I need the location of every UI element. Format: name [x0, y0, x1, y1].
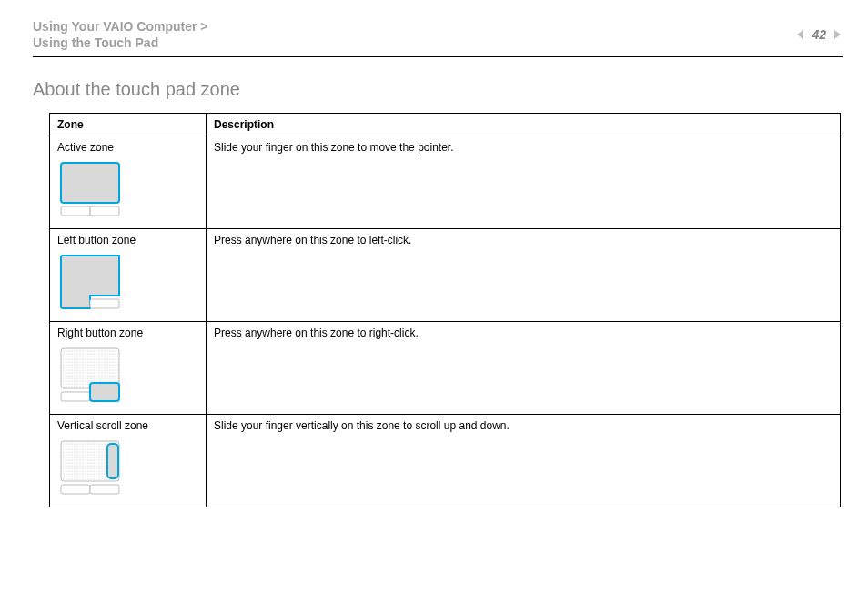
zone-description: Press anywhere on this zone to right-cli… — [207, 322, 841, 415]
svg-rect-14 — [107, 444, 118, 478]
svg-marker-1 — [834, 30, 841, 39]
svg-rect-3 — [61, 206, 90, 216]
table-row: Right button zone Press anywhere on this… — [50, 322, 841, 415]
breadcrumb-line1: Using Your VAIO Computer > — [33, 18, 208, 35]
page-nav: 42 — [795, 27, 843, 42]
svg-rect-2 — [61, 163, 119, 203]
left-button-zone-icon — [57, 252, 128, 314]
section-title: About the touch pad zone — [33, 79, 843, 100]
next-page-icon[interactable] — [832, 29, 843, 40]
active-zone-icon — [57, 159, 128, 221]
table-header-zone: Zone — [50, 114, 207, 136]
zone-description: Slide your finger on this zone to move t… — [207, 136, 841, 229]
zone-table: Zone Description Active zone Slide your … — [49, 113, 841, 507]
svg-rect-4 — [90, 206, 119, 216]
zone-label: Right button zone — [57, 327, 198, 339]
zone-label: Left button zone — [57, 234, 198, 246]
page-number: 42 — [812, 27, 826, 42]
svg-rect-9 — [90, 383, 119, 401]
table-row: Vertical scroll zone Slide your finger v… — [50, 415, 841, 507]
table-header-description: Description — [207, 114, 841, 136]
svg-marker-0 — [797, 30, 803, 39]
right-button-zone-icon — [57, 345, 128, 407]
svg-rect-12 — [61, 485, 90, 494]
table-row: Left button zone Press anywhere on this … — [50, 229, 841, 322]
zone-description: Press anywhere on this zone to left-clic… — [207, 229, 841, 322]
prev-page-icon[interactable] — [795, 29, 806, 40]
zone-description: Slide your finger vertically on this zon… — [207, 415, 841, 507]
breadcrumb-line2: Using the Touch Pad — [33, 35, 208, 51]
svg-rect-13 — [90, 485, 119, 494]
table-row: Active zone Slide your finger on this zo… — [50, 136, 841, 229]
zone-label: Vertical scroll zone — [57, 419, 198, 432]
svg-rect-8 — [61, 392, 90, 401]
zone-label: Active zone — [57, 141, 198, 154]
vertical-scroll-zone-icon — [57, 437, 128, 499]
header-divider — [33, 56, 843, 57]
svg-rect-5 — [90, 299, 119, 308]
